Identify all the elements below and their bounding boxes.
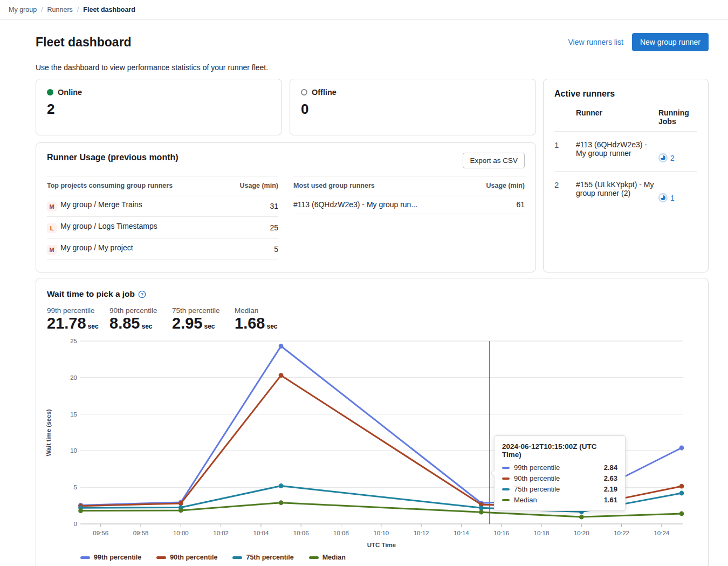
legend-item[interactable]: 90th percentile: [156, 554, 217, 561]
svg-text:10: 10: [70, 448, 77, 454]
svg-text:0: 0: [74, 521, 77, 527]
tooltip-series-label: 99th percentile: [514, 463, 560, 472]
svg-text:10:06: 10:06: [293, 530, 309, 536]
offline-count: 0: [301, 101, 525, 118]
dashboard-grid: Online 2 Offline 0 Active runners Runner: [36, 79, 709, 272]
running-jobs-count[interactable]: 2: [670, 154, 675, 162]
tooltip-swatch: [502, 499, 510, 501]
tooltip-series-value: 2.63: [604, 474, 617, 482]
breadcrumb-item[interactable]: Runners: [47, 6, 73, 13]
project-usage-row: MMy group / My project 5: [47, 238, 278, 260]
offline-card-header: Offline: [301, 88, 525, 97]
most-used-usage-header: Usage (min): [470, 176, 525, 195]
tooltip-series-label: Median: [514, 496, 537, 504]
project-usage-row: MMy group / Merge Trains 31: [47, 195, 278, 217]
usage-tables: Top projects consuming group runners Usa…: [47, 176, 525, 260]
legend-swatch: [309, 556, 319, 559]
active-runners-runner-header: Runner: [576, 102, 658, 132]
most-used-runners-table: Most used group runners Usage (min) #113…: [293, 176, 525, 214]
runner-name: #155 (ULkKYpkpt) - My group runner (2): [576, 172, 658, 212]
project-usage-value: 5: [224, 238, 278, 260]
runner-usage-header: Runner Usage (previous month) Export as …: [47, 153, 525, 168]
status-cards-row: Online 2 Offline 0: [36, 79, 536, 135]
offline-label: Offline: [312, 88, 336, 97]
offline-status-icon: [301, 89, 307, 96]
running-status-icon: [658, 193, 668, 202]
stat-label: 75th percentile: [172, 306, 226, 315]
page-container: Fleet dashboard View runners list New gr…: [0, 33, 728, 566]
stat-label: 90th percentile: [109, 306, 163, 315]
project-usage-row: LMy group / Logs Timestamps 25: [47, 217, 278, 238]
tooltip-series-label: 75th percentile: [514, 485, 560, 493]
wait-time-chart: 051015202509:5609:5810:0010:0210:0410:06…: [36, 337, 708, 561]
tooltip-swatch: [502, 467, 510, 469]
online-status-icon: [47, 89, 53, 96]
most-used-runners-column: Most used group runners Usage (min) #113…: [293, 176, 525, 260]
wait-time-header: Wait time to pick a job ?: [36, 289, 708, 299]
view-runners-list-link[interactable]: View runners list: [568, 38, 623, 46]
top-projects-usage-header: Usage (min): [224, 176, 278, 195]
svg-text:5: 5: [74, 485, 77, 491]
breadcrumb-item[interactable]: My group: [9, 6, 37, 13]
active-runner-row: 2 #155 (ULkKYpkpt) - My group runner (2)…: [554, 172, 697, 212]
svg-text:09:56: 09:56: [93, 530, 108, 536]
new-group-runner-button[interactable]: New group runner: [632, 33, 709, 51]
breadcrumb: My group/Runners/Fleet dashboard: [9, 6, 135, 13]
running-status-icon: [658, 153, 668, 162]
chart-legend: 99th percentile 90th percentile 75th per…: [36, 554, 708, 561]
active-runner-row: 1 #113 (6QHdzW2e3) - My group runner 2: [554, 132, 697, 172]
svg-text:10:04: 10:04: [253, 530, 269, 536]
svg-text:10:02: 10:02: [213, 530, 229, 536]
svg-text:?: ?: [141, 291, 143, 297]
page-description: Use the dashboard to view performance st…: [36, 63, 709, 72]
tooltip-series-row: 99th percentile 2.84: [502, 463, 617, 472]
stat-value: 2.95sec: [172, 315, 226, 332]
svg-text:10:20: 10:20: [574, 530, 589, 536]
svg-text:UTC Time: UTC Time: [367, 542, 396, 548]
export-csv-button[interactable]: Export as CSV: [463, 153, 525, 168]
help-icon[interactable]: ?: [138, 290, 146, 298]
svg-text:10:22: 10:22: [614, 530, 629, 536]
top-projects-table: Top projects consuming group runners Usa…: [47, 176, 278, 260]
runner-name: #113 (6QHdzW2e3) - My group runner: [576, 132, 658, 172]
breadcrumb-bar: My group/Runners/Fleet dashboard: [0, 0, 728, 20]
breadcrumb-separator: /: [77, 6, 79, 13]
tooltip-series-value: 2.19: [604, 485, 617, 493]
tooltip-series-value: 1.61: [604, 496, 617, 504]
legend-item[interactable]: 99th percentile: [80, 554, 141, 561]
legend-label: Median: [322, 554, 346, 561]
chart-tooltip: 2024-06-12T10:15:00Z (UTC Time) 99th per…: [494, 435, 626, 511]
legend-swatch: [232, 556, 242, 559]
breadcrumb-separator: /: [41, 6, 43, 13]
svg-text:10:14: 10:14: [454, 530, 469, 536]
svg-text:10:00: 10:00: [173, 530, 189, 536]
active-runners-title: Active runners: [554, 89, 697, 99]
runner-usage-name: #113 (6QHdzW2e3) - My group run...: [293, 195, 470, 214]
percentile-stat: 90th percentile 8.85sec: [109, 306, 163, 332]
legend-item[interactable]: Median: [309, 554, 346, 561]
tooltip-swatch: [502, 488, 510, 490]
svg-text:15: 15: [70, 411, 77, 418]
legend-label: 90th percentile: [170, 554, 217, 561]
svg-text:10:18: 10:18: [534, 530, 550, 536]
project-name: MMy group / My project: [47, 238, 224, 260]
most-used-runners-header: Most used group runners: [293, 176, 470, 195]
running-jobs-count[interactable]: 1: [670, 194, 675, 202]
top-projects-header: Top projects consuming group runners: [47, 176, 224, 195]
project-avatar: M: [47, 202, 57, 212]
online-card-header: Online: [47, 88, 271, 97]
project-avatar: L: [47, 223, 57, 233]
tooltip-series-row: Median 1.61: [502, 496, 617, 504]
svg-text:10:10: 10:10: [373, 530, 389, 536]
tooltip-title: 2024-06-12T10:15:00Z (UTC Time): [502, 442, 617, 459]
header-actions: View runners list New group runner: [568, 33, 709, 51]
project-name: LMy group / Logs Timestamps: [47, 217, 224, 238]
svg-text:09:58: 09:58: [133, 530, 149, 536]
runner-usage-title: Runner Usage (previous month): [47, 153, 178, 162]
percentile-stat: 99th percentile 21.78sec: [47, 306, 101, 332]
legend-item[interactable]: 75th percentile: [232, 554, 293, 561]
stat-unit: sec: [204, 323, 215, 330]
breadcrumb-item: Fleet dashboard: [83, 6, 135, 13]
tooltip-series-row: 90th percentile 2.63: [502, 474, 617, 482]
svg-text:10:16: 10:16: [493, 530, 509, 536]
